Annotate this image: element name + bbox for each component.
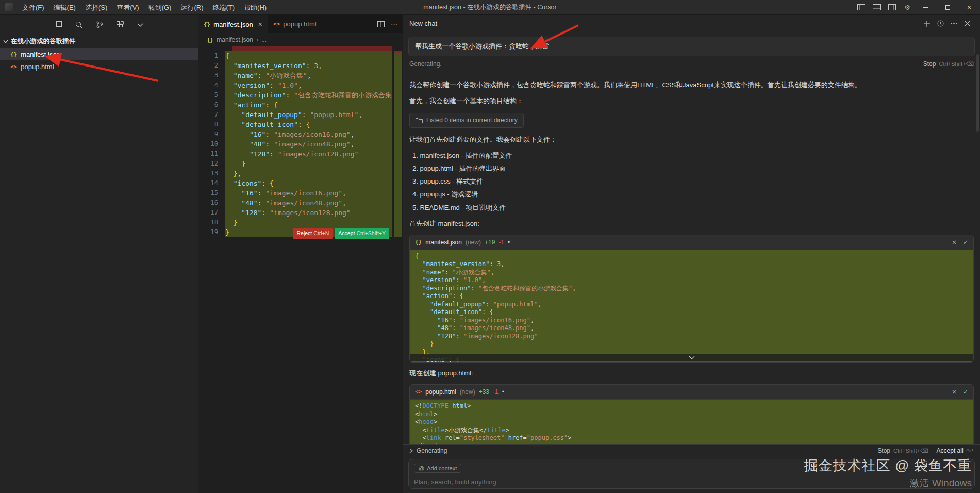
code-line: "name": "小游戏合集", (410, 269, 973, 277)
code-line: "48": "images/icon48.png", (410, 324, 973, 333)
extensions-icon[interactable] (117, 21, 124, 28)
code-line: <link rel="stylesheet" href="popup.css"> (410, 434, 973, 442)
code-block-header: {} manifest.json (new) +19 -1 • × ✓ (410, 235, 973, 250)
scrollbar-thumb[interactable] (976, 54, 979, 132)
code-line: 13 }, (198, 169, 403, 178)
settings-gear-icon[interactable]: ⚙ (900, 0, 915, 14)
code-line: "128": "images/icon128.png" (410, 333, 973, 341)
reject-diff-button[interactable]: RejectCtrl+N (293, 228, 333, 239)
chat-title: New chat (409, 20, 437, 27)
split-editor-icon[interactable] (377, 21, 385, 27)
close-button[interactable]: × (958, 0, 980, 14)
breadcrumb[interactable]: {} manifest.json › ... (198, 33, 403, 46)
lines-added-badge: +19 (485, 238, 495, 248)
chat-input[interactable]: @ Add context Plan, search, build anythi… (408, 459, 975, 489)
tab-manifest-json[interactable]: {} manifest.json × (198, 15, 268, 33)
chat-footer: Generating StopCtrl+Shift+⌫ Accept all^↵… (403, 444, 980, 493)
chat-more-icon[interactable] (947, 17, 960, 30)
chat-code-block-manifest: {} manifest.json (new) +19 -1 • × ✓ { "m… (409, 235, 974, 363)
accept-diff-button[interactable]: AcceptCtrl+Shift+Y (335, 228, 389, 239)
chat-input-placeholder: Plan, search, build anything (414, 478, 969, 486)
panel-chevron-down-icon[interactable] (137, 23, 143, 27)
at-icon: @ (419, 465, 424, 471)
chat-panel: New chat 帮我生成一个谷歌小游戏插件：贪吃蛇，踩雷 Generating… (403, 15, 980, 493)
menu-item[interactable]: 终端(T) (208, 0, 239, 14)
breadcrumb-tail: ... (261, 36, 267, 43)
tool-call-chip[interactable]: Listed 0 items in current directory (409, 113, 524, 128)
accept-file-icon[interactable]: ✓ (963, 238, 968, 248)
code-line: 15 "16": "images/icon16.png", (198, 188, 403, 198)
menu-item[interactable]: 编辑(E) (49, 0, 80, 14)
reject-file-icon[interactable]: × (952, 238, 957, 248)
layout-sidebar-icon[interactable] (853, 0, 869, 14)
code-line: 8 "default_icon": { (198, 120, 403, 129)
generating-bar[interactable]: Generating StopCtrl+Shift+⌫ Accept all^↵ (403, 445, 980, 457)
lines-removed-badge: -1 (499, 238, 504, 248)
code-line: <html> (410, 410, 973, 419)
tab-close-icon[interactable]: × (258, 20, 262, 28)
json-file-icon: {} (207, 37, 213, 43)
chat-close-icon[interactable] (960, 17, 974, 30)
layout-secondary-sidebar-icon[interactable] (884, 0, 900, 14)
chevron-down-icon (689, 356, 695, 359)
menu-item[interactable]: 运行(R) (176, 0, 208, 14)
layout-panel-icon[interactable] (869, 0, 884, 14)
deleted-line-marker (232, 46, 392, 51)
search-icon[interactable] (75, 21, 82, 28)
file-row-popup.html[interactable]: <>popup.html (0, 60, 198, 73)
explorer-file-list: {}manifest.json<>popup.html (0, 48, 198, 73)
accept-all-button[interactable]: Accept all^↵ (937, 447, 974, 454)
code-line: <title>小游戏合集</title> (410, 426, 973, 435)
new-chat-plus-icon[interactable] (920, 17, 934, 30)
add-context-button[interactable]: @ Add context (414, 464, 461, 473)
tab-label: manifest.json (213, 21, 253, 28)
code-line: 14 "icons": { (198, 178, 403, 188)
tool-note: Listed 0 items in current directory (426, 116, 518, 125)
code-line: "manifest_version": 3, (410, 260, 973, 269)
code-line: 17 "128": "images/icon128.png" (198, 208, 403, 218)
editor-group: {} manifest.json × <> popup.html ⋯ {} ma… (198, 15, 403, 493)
menu-item[interactable]: 文件(F) (18, 0, 49, 14)
code-line: 9 "16": "images/icon16.png", (198, 129, 403, 139)
user-message[interactable]: 帮我生成一个谷歌小游戏插件：贪吃蛇，踩雷 (408, 37, 975, 56)
code-line: 16 "48": "images/icon48.png", (198, 198, 403, 208)
reject-file-icon[interactable]: × (952, 387, 957, 397)
history-icon[interactable] (934, 17, 947, 30)
json-file-icon: {} (10, 51, 17, 58)
html-file-icon: <> (10, 63, 17, 70)
code-line: 12 } (198, 159, 403, 169)
menu-item[interactable]: 选择(S) (80, 0, 112, 14)
list-item: 3. popup.css - 样式文件 (412, 176, 974, 187)
maximize-button[interactable] (937, 0, 958, 14)
menu-item[interactable]: 帮助(H) (239, 0, 271, 14)
code-line: 1{ (198, 51, 403, 61)
accept-file-icon[interactable]: ✓ (963, 387, 968, 397)
list-item: 4. popup.js - 游戏逻辑 (412, 189, 974, 200)
editor-more-icon[interactable]: ⋯ (391, 20, 397, 28)
menu-item[interactable]: 查看(V) (112, 0, 143, 14)
assistant-paragraph: 我会帮你创建一个谷歌小游戏插件，包含贪吃蛇和踩雷两个游戏。我们将使用HTML、C… (409, 80, 974, 90)
explorer-folder-header[interactable]: 在线小游戏的谷歌插件 (0, 35, 198, 48)
code-line: 2 "manifest_version": 3, (198, 61, 403, 71)
file-row-manifest.json[interactable]: {}manifest.json (0, 48, 198, 60)
expand-code-button[interactable] (410, 354, 973, 361)
code-line: 6 "action": { (198, 100, 403, 110)
copy-files-icon[interactable] (55, 21, 62, 28)
stop-button[interactable]: Stop (923, 60, 936, 68)
code-block-filename: manifest.json (425, 238, 462, 248)
tab-popup-html[interactable]: <> popup.html (268, 15, 322, 33)
minimap[interactable] (394, 51, 402, 237)
code-editor[interactable]: 1{2 "manifest_version": 3,3 "name": "小游戏… (198, 46, 403, 493)
stop-shortcut: Ctrl+Shift+⌫ (939, 61, 974, 67)
source-control-icon[interactable] (96, 21, 103, 28)
minimize-button[interactable] (915, 0, 937, 14)
code-line: </head> (410, 442, 973, 445)
menu-item[interactable]: 转到(G) (144, 0, 176, 14)
stop-button[interactable]: StopCtrl+Shift+⌫ (877, 447, 928, 454)
workbench: 在线小游戏的谷歌插件 {}manifest.json<>popup.html {… (0, 15, 980, 493)
chat-code-block-popup: <> popup.html (new) +33 -1 • × ✓ <!DOCTY… (409, 384, 974, 444)
list-item: 2. popup.html - 插件的弹出界面 (412, 163, 974, 174)
app-logo-icon (5, 3, 13, 11)
chevron-down-icon (3, 40, 8, 43)
list-item: 1. manifest.json - 插件的配置文件 (412, 151, 974, 161)
